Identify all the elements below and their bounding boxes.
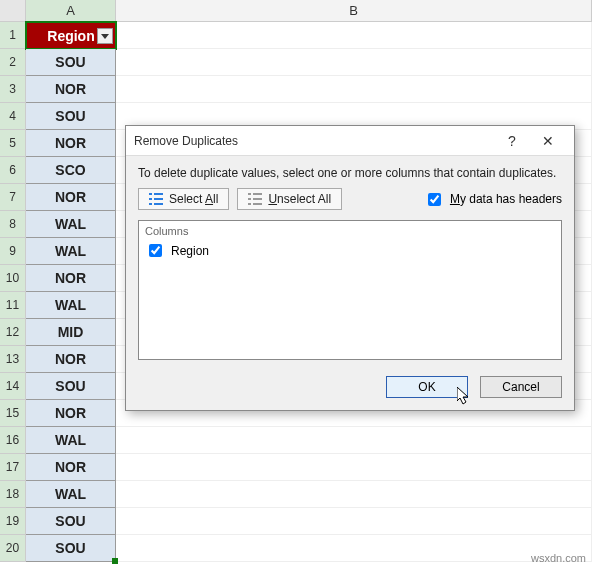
region-cell[interactable]: NOR [26,265,116,292]
row-header[interactable]: 15 [0,400,26,427]
empty-cell[interactable] [116,49,592,76]
row-header[interactable]: 7 [0,184,26,211]
svg-marker-0 [101,34,109,39]
svg-rect-10 [253,198,262,200]
column-checkbox[interactable] [149,244,162,257]
row-header[interactable]: 8 [0,211,26,238]
row-header[interactable]: 13 [0,346,26,373]
cancel-button[interactable]: Cancel [480,376,562,398]
table-row: 16WAL [0,427,592,454]
empty-cell[interactable] [116,76,592,103]
row-header[interactable]: 4 [0,103,26,130]
region-cell[interactable]: WAL [26,427,116,454]
table-row: 17NOR [0,454,592,481]
row-header[interactable]: 19 [0,508,26,535]
empty-cell[interactable] [116,427,592,454]
filter-dropdown-button[interactable] [97,28,113,44]
row-header[interactable]: 6 [0,157,26,184]
row-header[interactable]: 20 [0,535,26,562]
table-row: 20SOU [0,535,592,562]
headers-checkbox[interactable] [428,193,441,206]
svg-rect-1 [149,193,152,195]
column-headers-row: A B [0,0,592,22]
row-header[interactable]: 17 [0,454,26,481]
row-header[interactable]: 16 [0,427,26,454]
svg-rect-11 [248,203,251,205]
region-cell[interactable]: SOU [26,373,116,400]
svg-rect-3 [149,198,152,200]
select-all-button[interactable]: Select All [138,188,229,210]
svg-marker-13 [457,387,468,404]
column-checkbox-item[interactable]: Region [145,241,555,260]
row-header[interactable]: 2 [0,49,26,76]
column-header-b[interactable]: B [116,0,592,21]
region-cell[interactable]: SCO [26,157,116,184]
unselect-all-button[interactable]: Unselect All [237,188,342,210]
chevron-down-icon [101,32,109,40]
region-cell[interactable]: NOR [26,346,116,373]
ok-button[interactable]: OK [386,376,468,398]
region-cell[interactable]: WAL [26,481,116,508]
svg-rect-8 [253,193,262,195]
empty-cell[interactable] [116,481,592,508]
row-header[interactable]: 5 [0,130,26,157]
table-row: 18WAL [0,481,592,508]
svg-rect-2 [154,193,163,195]
select-list-icon [149,193,163,205]
dialog-description: To delete duplicate values, select one o… [138,166,562,180]
ok-button-label: OK [418,380,435,394]
close-button[interactable]: ✕ [530,127,566,155]
help-button[interactable]: ? [494,127,530,155]
region-cell[interactable]: SOU [26,535,116,562]
remove-duplicates-dialog: Remove Duplicates ? ✕ To delete duplicat… [125,125,575,411]
region-cell[interactable]: SOU [26,103,116,130]
unselect-list-icon [248,193,262,205]
row-header[interactable]: 10 [0,265,26,292]
empty-cell[interactable] [116,508,592,535]
empty-cell[interactable] [116,22,592,49]
select-all-corner[interactable] [0,0,26,21]
dialog-titlebar[interactable]: Remove Duplicates ? ✕ [126,126,574,156]
region-cell[interactable]: WAL [26,292,116,319]
row-header[interactable]: 1 [0,22,26,49]
empty-cell[interactable] [116,535,592,562]
svg-rect-4 [154,198,163,200]
region-cell[interactable]: NOR [26,76,116,103]
row-header[interactable]: 14 [0,373,26,400]
region-cell[interactable]: NOR [26,130,116,157]
region-cell[interactable]: MID [26,319,116,346]
columns-listbox[interactable]: Columns Region [138,220,562,360]
select-all-label: Select All [169,192,218,206]
svg-rect-9 [248,198,251,200]
svg-rect-5 [149,203,152,205]
row-header[interactable]: 11 [0,292,26,319]
row-header[interactable]: 18 [0,481,26,508]
table-row: 19SOU [0,508,592,535]
column-header-a[interactable]: A [26,0,116,21]
empty-cell[interactable] [116,454,592,481]
unselect-all-label: Unselect All [268,192,331,206]
region-cell[interactable]: NOR [26,454,116,481]
watermark: wsxdn.com [531,552,586,564]
cursor-icon [457,387,473,405]
row-header[interactable]: 9 [0,238,26,265]
table-row: 1Region [0,22,592,49]
column-checkbox-label: Region [171,244,209,258]
region-header-cell[interactable]: Region [26,22,116,49]
table-row: 3NOR [0,76,592,103]
region-cell[interactable]: NOR [26,184,116,211]
region-cell[interactable]: SOU [26,49,116,76]
region-cell[interactable]: NOR [26,400,116,427]
columns-header: Columns [145,225,555,237]
svg-rect-7 [248,193,251,195]
region-cell[interactable]: SOU [26,508,116,535]
region-cell[interactable]: WAL [26,211,116,238]
headers-checkbox-wrap[interactable]: My data has headers [424,190,562,209]
svg-rect-12 [253,203,262,205]
svg-rect-6 [154,203,163,205]
region-cell[interactable]: WAL [26,238,116,265]
row-header[interactable]: 12 [0,319,26,346]
row-header[interactable]: 3 [0,76,26,103]
dialog-title: Remove Duplicates [134,134,494,148]
fill-handle[interactable] [112,558,118,564]
